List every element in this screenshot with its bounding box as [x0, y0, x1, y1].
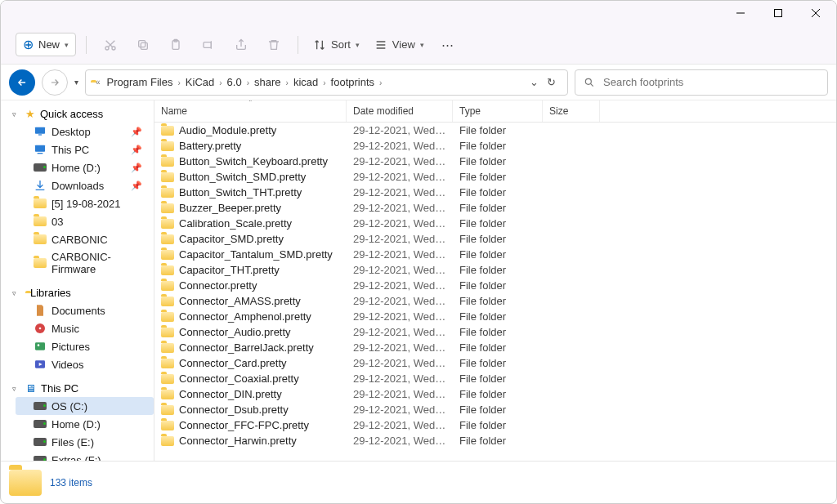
breadcrumb-dropdown[interactable]: ⌄: [530, 76, 539, 88]
table-row[interactable]: Button_Switch_SMD.pretty29-12-2021, Wedn…: [154, 169, 836, 185]
sidebar-item[interactable]: Downloads📌: [16, 176, 154, 194]
file-type: File folder: [453, 418, 543, 432]
folder-icon: [161, 390, 174, 399]
table-row[interactable]: Connector_Dsub.pretty29-12-2021, Wednes.…: [154, 402, 836, 417]
more-button[interactable]: ⋯: [434, 31, 462, 59]
table-row[interactable]: Connector_AMASS.pretty29-12-2021, Wednes…: [154, 293, 836, 309]
this-pc-header[interactable]: ▿ 🖥 This PC: [6, 380, 154, 397]
folder-icon: [161, 250, 174, 260]
breadcrumb-item[interactable]: Program Files: [104, 74, 177, 90]
sidebar-item[interactable]: Pictures: [16, 337, 154, 355]
folder-icon: [34, 197, 47, 210]
table-row[interactable]: Calibration_Scale.pretty29-12-2021, Wedn…: [154, 216, 836, 231]
libraries-header[interactable]: ▿ Libraries: [6, 284, 154, 301]
sidebar-item[interactable]: CARBONIC: [16, 230, 154, 248]
sidebar-item[interactable]: 03: [16, 212, 154, 230]
table-row[interactable]: Connector_Harwin.pretty29-12-2021, Wedne…: [154, 433, 836, 448]
folder-icon: [161, 436, 174, 446]
titlebar: [1, 1, 836, 25]
svg-rect-17: [38, 134, 42, 135]
new-button[interactable]: ⊕ New ▾: [16, 33, 76, 56]
delete-button[interactable]: [260, 31, 288, 59]
item-count: 133 items: [50, 477, 92, 488]
desktop-icon: [34, 125, 47, 138]
share-button[interactable]: [227, 31, 255, 59]
column-type[interactable]: Type: [453, 100, 543, 122]
file-date: 29-12-2021, Wednes...: [347, 123, 453, 137]
table-row[interactable]: Button_Switch_Keyboard.pretty29-12-2021,…: [154, 154, 836, 169]
file-type: File folder: [453, 341, 543, 355]
column-size[interactable]: Size: [543, 100, 600, 122]
sidebar-item[interactable]: Music: [16, 319, 154, 337]
breadcrumb-item[interactable]: KiCad: [182, 74, 217, 90]
sidebar-item-label: This PC: [51, 144, 89, 156]
column-name[interactable]: ˄ Name: [154, 100, 347, 122]
sidebar-item[interactable]: OS (C:): [16, 397, 154, 415]
back-button[interactable]: [9, 69, 35, 96]
quick-access-header[interactable]: ▿ ★ Quick access: [6, 105, 154, 123]
file-size: [543, 223, 600, 225]
sidebar-item[interactable]: Videos: [16, 355, 154, 373]
sidebar-item[interactable]: CARBONIC-Firmware: [16, 248, 154, 278]
file-size: [543, 130, 600, 132]
table-row[interactable]: Connector.pretty29-12-2021, Wednes...Fil…: [154, 278, 836, 293]
file-size: [543, 409, 600, 411]
sidebar-item[interactable]: Desktop📌: [16, 123, 154, 140]
view-button[interactable]: View ▾: [369, 35, 429, 55]
maximize-button[interactable]: [759, 1, 797, 25]
file-date: 29-12-2021, Wednes...: [347, 216, 453, 230]
table-row[interactable]: Capacitor_THT.pretty29-12-2021, Wednes..…: [154, 262, 836, 278]
breadcrumb[interactable]: « Program Files›KiCad›6.0›share›kicad›fo…: [85, 69, 568, 96]
table-row[interactable]: Battery.pretty29-12-2021, Wednes...File …: [154, 138, 836, 154]
search-input[interactable]: [603, 76, 819, 88]
copy-button[interactable]: [129, 31, 157, 59]
breadcrumb-item[interactable]: share: [251, 74, 284, 90]
music-icon: [34, 322, 47, 335]
table-row[interactable]: Connector_Coaxial.pretty29-12-2021, Wedn…: [154, 371, 836, 386]
folder-icon: [34, 233, 47, 246]
sidebar-item[interactable]: Documents: [16, 301, 154, 319]
file-name: Connector_Coaxial.pretty: [179, 372, 299, 385]
file-date: 29-12-2021, Wednes...: [347, 387, 453, 401]
table-row[interactable]: Connector_Card.pretty29-12-2021, Wednes.…: [154, 355, 836, 371]
rename-button[interactable]: [195, 31, 222, 59]
minimize-button[interactable]: [722, 1, 759, 25]
sidebar-item[interactable]: [5] 19-08-2021: [16, 194, 154, 212]
search-box[interactable]: [575, 69, 828, 96]
sidebar-item[interactable]: Files (E:): [16, 433, 154, 451]
refresh-button[interactable]: ↻: [547, 76, 556, 88]
sidebar-item[interactable]: This PC📌: [16, 140, 154, 158]
disk-icon: [34, 399, 47, 413]
recent-dropdown[interactable]: ▾: [74, 78, 78, 87]
table-row[interactable]: Audio_Module.pretty29-12-2021, Wednes...…: [154, 123, 836, 138]
file-name: Connector_DIN.pretty: [179, 388, 282, 400]
close-button[interactable]: [797, 1, 835, 25]
table-row[interactable]: Capacitor_Tantalum_SMD.pretty29-12-2021,…: [154, 247, 836, 262]
table-row[interactable]: Buzzer_Beeper.pretty29-12-2021, Wednes..…: [154, 200, 836, 216]
column-date[interactable]: Date modified: [347, 100, 453, 122]
file-list: ˄ Name Date modified Type Size Audio_Mod…: [154, 100, 836, 461]
table-row[interactable]: Capacitor_SMD.pretty29-12-2021, Wednes..…: [154, 231, 836, 247]
table-row[interactable]: Connector_DIN.pretty29-12-2021, Wednes..…: [154, 386, 836, 402]
forward-button[interactable]: [42, 69, 68, 96]
sidebar-item[interactable]: Extras (F:): [16, 451, 154, 461]
breadcrumb-item[interactable]: footprints: [328, 74, 378, 90]
table-row[interactable]: Connector_BarrelJack.pretty29-12-2021, W…: [154, 340, 836, 355]
sidebar-item[interactable]: Home (D:)📌: [16, 158, 154, 176]
svg-point-23: [38, 344, 40, 346]
sidebar-item[interactable]: Home (D:): [16, 415, 154, 433]
file-date: 29-12-2021, Wednes...: [347, 170, 453, 184]
table-row[interactable]: Connector_Amphenol.pretty29-12-2021, Wed…: [154, 309, 836, 324]
table-row[interactable]: Button_Switch_THT.pretty29-12-2021, Wedn…: [154, 185, 836, 200]
file-date: 29-12-2021, Wednes...: [347, 263, 453, 277]
folder-icon: [161, 405, 174, 415]
cut-button[interactable]: [96, 31, 124, 59]
table-row[interactable]: Connector_FFC-FPC.pretty29-12-2021, Wedn…: [154, 417, 836, 433]
breadcrumb-item[interactable]: 6.0: [224, 74, 245, 90]
breadcrumb-item[interactable]: kicad: [290, 74, 321, 90]
paste-button[interactable]: [162, 31, 190, 59]
caret-icon: ▿: [12, 110, 20, 118]
chevron-right-icon: ›: [245, 78, 251, 87]
sort-button[interactable]: Sort ▾: [308, 35, 365, 55]
table-row[interactable]: Connector_Audio.pretty29-12-2021, Wednes…: [154, 324, 836, 340]
